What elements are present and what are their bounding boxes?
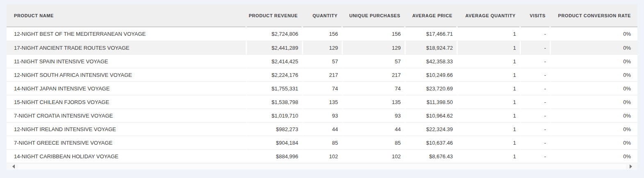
table-row[interactable]: 12-NIGHT BEST OF THE MEDITERRANEAN VOYAG…	[7, 27, 637, 41]
header-row: PRODUCT NAMEPRODUCT REVENUEQUANTITYUNIQU…	[7, 4, 637, 27]
cell-visits: -	[521, 136, 551, 149]
cell-unique-purchases: 217	[343, 68, 406, 81]
cell-product-revenue: $1,538,798	[247, 95, 303, 109]
cell-product-revenue: $982,273	[247, 122, 303, 136]
cell-product-conversion-rate: 0%	[551, 41, 637, 54]
cell-unique-purchases: 74	[343, 81, 406, 95]
product-name-cell: 12-NIGHT BEST OF THE MEDITERRANEAN VOYAG…	[7, 27, 247, 41]
column-header-unique-purchases[interactable]: UNIQUE PURCHASES	[343, 4, 406, 27]
cell-product-conversion-rate: 0%	[551, 68, 637, 81]
scroll-right-button[interactable]	[627, 163, 634, 170]
table-row[interactable]: 15-NIGHT CHILEAN FJORDS VOYAGE$1,538,798…	[7, 95, 637, 109]
product-name-cell: 14-NIGHT JAPAN INTENSIVE VOYAGE	[7, 81, 247, 95]
table-row[interactable]: 12-NIGHT SOUTH AFRICA INTENSIVE VOYAGE$2…	[7, 68, 637, 81]
column-header-average-price[interactable]: AVERAGE PRICE	[406, 4, 458, 27]
cell-product-revenue: $1,019,710	[247, 109, 303, 122]
product-name-cell: 7-NIGHT GREECE INTENSIVE VOYAGE	[7, 136, 247, 149]
cell-quantity: 85	[303, 136, 343, 149]
cell-quantity: 156	[303, 27, 343, 41]
products-table-card: PRODUCT NAMEPRODUCT REVENUEQUANTITYUNIQU…	[7, 4, 637, 170]
cell-average-price: $8,676.43	[406, 149, 458, 163]
cell-product-conversion-rate: 0%	[551, 122, 637, 136]
cell-quantity: 74	[303, 81, 343, 95]
table-row[interactable]: 11-NIGHT SPAIN INTENSIVE VOYAGE$2,414,42…	[7, 54, 637, 68]
scroll-left-arrow-icon	[12, 164, 15, 169]
cell-product-revenue: $884,996	[247, 149, 303, 163]
cell-product-revenue: $2,441,289	[247, 41, 303, 54]
product-name-cell: 11-NIGHT SPAIN INTENSIVE VOYAGE	[7, 54, 247, 68]
cell-visits: -	[521, 54, 551, 68]
table-row[interactable]: 14-NIGHT CARIBBEAN HOLIDAY VOYAGE$884,99…	[7, 149, 637, 163]
cell-quantity: 102	[303, 149, 343, 163]
cell-quantity: 44	[303, 122, 343, 136]
cell-quantity: 57	[303, 54, 343, 68]
cell-average-quantity: 1	[458, 68, 521, 81]
cell-unique-purchases: 93	[343, 109, 406, 122]
scrollbar-thumb[interactable]	[18, 164, 626, 169]
cell-visits: -	[521, 68, 551, 81]
cell-average-price: $18,924.72	[406, 41, 458, 54]
cell-unique-purchases: 135	[343, 95, 406, 109]
cell-average-quantity: 1	[458, 109, 521, 122]
product-name-cell: 15-NIGHT CHILEAN FJORDS VOYAGE	[7, 95, 247, 109]
cell-visits: -	[521, 149, 551, 163]
cell-average-quantity: 1	[458, 95, 521, 109]
scroll-left-button[interactable]	[10, 163, 17, 170]
cell-product-revenue: $2,724,806	[247, 27, 303, 41]
cell-product-conversion-rate: 0%	[551, 81, 637, 95]
cell-average-quantity: 1	[458, 136, 521, 149]
cell-unique-purchases: 57	[343, 54, 406, 68]
cell-quantity: 217	[303, 68, 343, 81]
table-row[interactable]: 7-NIGHT CROATIA INTENSIVE VOYAGE$1,019,7…	[7, 109, 637, 122]
table-row[interactable]: 14-NIGHT JAPAN INTENSIVE VOYAGE$1,755,33…	[7, 81, 637, 95]
column-header-visits[interactable]: VISITS	[521, 4, 551, 27]
cell-unique-purchases: 85	[343, 136, 406, 149]
product-name-cell: 7-NIGHT CROATIA INTENSIVE VOYAGE	[7, 109, 247, 122]
cell-average-price: $10,249.66	[406, 68, 458, 81]
cell-product-conversion-rate: 0%	[551, 149, 637, 163]
products-table: PRODUCT NAMEPRODUCT REVENUEQUANTITYUNIQU…	[7, 4, 637, 163]
cell-quantity: 135	[303, 95, 343, 109]
product-name-cell: 12-NIGHT SOUTH AFRICA INTENSIVE VOYAGE	[7, 68, 247, 81]
table-header: PRODUCT NAMEPRODUCT REVENUEQUANTITYUNIQU…	[7, 4, 637, 27]
cell-average-price: $22,324.39	[406, 122, 458, 136]
table-row[interactable]: 7-NIGHT GREECE INTENSIVE VOYAGE$904,1848…	[7, 136, 637, 149]
cell-unique-purchases: 129	[343, 41, 406, 54]
cell-average-price: $23,720.69	[406, 81, 458, 95]
cell-average-quantity: 1	[458, 41, 521, 54]
cell-quantity: 129	[303, 41, 343, 54]
column-header-product-revenue[interactable]: PRODUCT REVENUE	[247, 4, 303, 27]
horizontal-scrollbar[interactable]	[7, 163, 637, 170]
product-name-cell: 17-NIGHT ANCIENT TRADE ROUTES VOYAGE	[7, 41, 247, 54]
cell-unique-purchases: 156	[343, 27, 406, 41]
cell-product-conversion-rate: 0%	[551, 95, 637, 109]
column-header-product-name[interactable]: PRODUCT NAME	[7, 4, 247, 27]
cell-product-conversion-rate: 0%	[551, 54, 637, 68]
cell-product-revenue: $2,414,425	[247, 54, 303, 68]
cell-visits: -	[521, 122, 551, 136]
cell-visits: -	[521, 81, 551, 95]
cell-product-revenue: $1,755,331	[247, 81, 303, 95]
cell-unique-purchases: 44	[343, 122, 406, 136]
cell-product-revenue: $2,224,176	[247, 68, 303, 81]
column-header-quantity[interactable]: QUANTITY	[303, 4, 343, 27]
cell-visits: -	[521, 109, 551, 122]
cell-average-price: $10,964.62	[406, 109, 458, 122]
cell-product-conversion-rate: 0%	[551, 27, 637, 41]
cell-average-quantity: 1	[458, 54, 521, 68]
cell-average-quantity: 1	[458, 27, 521, 41]
column-header-product-conversion-rate[interactable]: PRODUCT CONVERSION RATE	[551, 4, 637, 27]
scroll-right-arrow-icon	[630, 164, 632, 169]
table-body: 12-NIGHT BEST OF THE MEDITERRANEAN VOYAG…	[7, 27, 637, 163]
cell-average-quantity: 1	[458, 122, 521, 136]
product-name-cell: 12-NIGHT IRELAND INTENSIVE VOYAGE	[7, 122, 247, 136]
cell-quantity: 93	[303, 109, 343, 122]
cell-visits: -	[521, 41, 551, 54]
cell-visits: -	[521, 27, 551, 41]
product-name-cell: 14-NIGHT CARIBBEAN HOLIDAY VOYAGE	[7, 149, 247, 163]
table-row[interactable]: 17-NIGHT ANCIENT TRADE ROUTES VOYAGE$2,4…	[7, 41, 637, 54]
table-row[interactable]: 12-NIGHT IRELAND INTENSIVE VOYAGE$982,27…	[7, 122, 637, 136]
column-header-average-quantity[interactable]: AVERAGE QUANTITY	[458, 4, 521, 27]
cell-average-price: $10,637.46	[406, 136, 458, 149]
cell-unique-purchases: 102	[343, 149, 406, 163]
